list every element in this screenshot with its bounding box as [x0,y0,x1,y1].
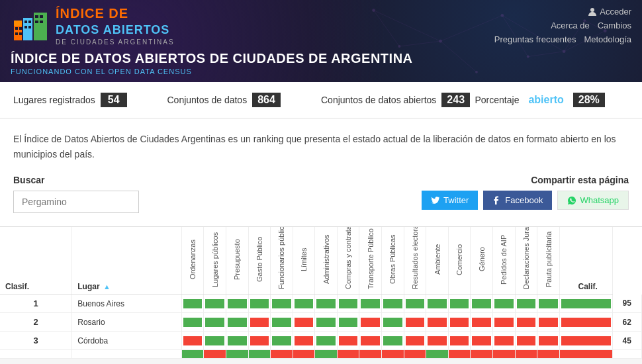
header-nav-top: Acerca de Cambios [551,19,631,32]
bar-cell [537,332,560,350]
bar-cell [493,313,516,332]
indicator-cell [426,350,449,359]
bar-cell [404,295,426,313]
col-resultados: Resultados electorales [404,227,426,295]
bar-cell [271,313,293,332]
user-login[interactable]: Acceder [588,7,631,17]
bar-cell [293,295,315,313]
nav-metodologia[interactable]: Metodología [584,34,631,44]
svg-rect-28 [24,21,27,23]
data-table-container: Clasif. Lugar ▲ Ordenanzas Lugares públi… [0,226,642,359]
bar-cell [337,313,359,332]
header-tagline: FUNCIONANDO CON EL OPEN DATA CENSUS [0,68,642,82]
logo-subtitle: DE CIUDADES ARGENTINAS [56,38,175,46]
bar-cell [404,313,426,332]
col-lugar[interactable]: Lugar ▲ [72,227,182,295]
rank-cell: 3 [0,332,72,350]
bar-cell [271,295,293,313]
svg-rect-27 [19,32,22,35]
bar-cell [293,332,315,350]
stat-porcentaje-accent: abierto [524,94,567,106]
stat-lugares-value: 54 [101,93,127,107]
nav-acerca[interactable]: Acerca de [551,19,590,32]
stat-porcentaje: Porcentaje abierto 28% [475,93,629,107]
bar-cell [493,295,516,313]
sort-icon: ▲ [103,283,111,291]
score-cell: 45 [612,332,641,350]
bar-cell [359,332,382,350]
indicator-cell [271,350,293,359]
bar-cell [559,295,612,313]
bar-cell [515,313,537,332]
bar-cell [404,332,426,350]
bar-cell [448,295,471,313]
logo-area: ÍNDICE DE DATOS ABIERTOS DE CIUDADES ARG… [11,5,175,46]
share-buttons: Twitter Facebook Whatsapp [422,191,629,210]
rank-cell: 2 [0,313,72,332]
stat-abiertos-label: Conjuntos de datos abiertos [321,95,436,105]
twitter-share-button[interactable]: Twitter [422,191,478,210]
table-row: 3Córdoba45 [0,332,642,350]
indicator-cell [337,350,359,359]
col-clasif: Clasif. [0,227,72,295]
whatsapp-label: Whatsapp [580,195,619,205]
col-pedidos: Pedidos de AIP [493,227,516,295]
svg-rect-34 [35,21,38,23]
col-comercio: Comercio [448,227,471,295]
svg-rect-25 [19,27,22,30]
svg-rect-31 [28,26,31,28]
bar-cell [515,332,537,350]
place-cell[interactable]: Rosario [72,313,182,332]
bar-cell [315,332,338,350]
description-text: El Índice de Datos Abiertos de Ciudades … [13,132,629,161]
indicator-cell [382,350,404,359]
indicator-cell [226,350,248,359]
bar-cell [359,313,382,332]
description-section: El Índice de Datos Abiertos de Ciudades … [0,118,642,168]
indicator-cell [204,350,226,359]
indicator-cell [471,350,493,359]
col-limites: Límites [293,227,315,295]
svg-rect-33 [40,15,43,18]
nav-cambios[interactable]: Cambios [598,19,631,32]
col-ambiente: Ambiente [426,227,449,295]
indicator-cell [559,350,612,359]
bar-cell [382,313,404,332]
bar-cell [248,332,271,350]
bar-cell [181,313,204,332]
facebook-icon [492,196,502,205]
bar-cell [493,332,516,350]
nav-preguntas[interactable]: Preguntas frecuentes [494,34,576,44]
stat-porcentaje-label: Porcentaje [475,95,520,105]
place-cell[interactable]: Buenos Aires [72,295,182,313]
bar-cell [248,313,271,332]
col-gasto-publico: Gasto Público [248,227,271,295]
whatsapp-share-button[interactable]: Whatsapp [557,191,629,210]
stats-bar: Lugares registrados 54 Conjuntos de dato… [0,82,642,118]
search-input[interactable] [13,191,139,213]
bar-cell [537,313,560,332]
indicator-cell [181,350,204,359]
col-presupuesto: Presupuesto [226,227,248,295]
bar-cell [471,295,493,313]
share-label: Compartir esta página [531,175,629,185]
place-cell[interactable]: Córdoba [72,332,182,350]
logo-text: ÍNDICE DE DATOS ABIERTOS DE CIUDADES ARG… [56,5,175,46]
search-label: Buscar [13,175,139,185]
logo-icon [11,6,50,46]
twitter-icon [431,196,440,205]
indicator-cell [404,350,426,359]
indicator-row [0,350,642,359]
bar-cell [315,313,338,332]
bar-cell [226,295,248,313]
bar-cell [337,295,359,313]
rank-cell: 1 [0,295,72,313]
col-lugares-publicos: Lugares públicos [204,227,226,295]
logo-datos: DATOS ABIERTOS [56,23,169,36]
facebook-share-button[interactable]: Facebook [483,191,552,210]
indicator-cell [315,350,338,359]
svg-rect-35 [40,21,43,23]
indicator-cell [493,350,516,359]
logo-indice: ÍNDICE DE [56,6,128,21]
data-table: Clasif. Lugar ▲ Ordenanzas Lugares públi… [0,227,642,359]
